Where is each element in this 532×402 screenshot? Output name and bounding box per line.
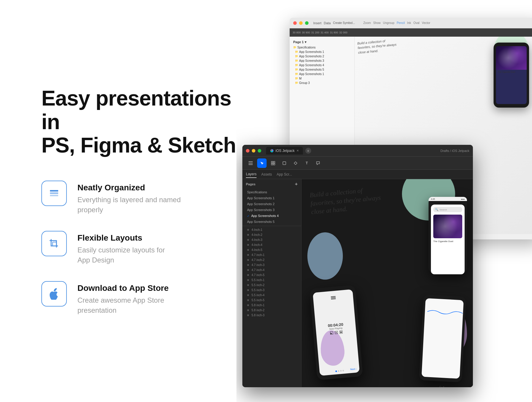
figma-hamburger-line-2 <box>331 297 335 298</box>
svg-point-4 <box>270 149 274 152</box>
figma-phone-1-album-title: The Cigarette Duet <box>433 240 462 243</box>
figma-comment-icon <box>316 161 320 165</box>
figma-layer-55inch-5[interactable]: ⊞ 5.5 inch-5 <box>242 298 301 303</box>
figma-traffic-red[interactable] <box>246 149 249 153</box>
figma-layer-55inch-4[interactable]: ⊞ 5.5 inch-4 <box>242 293 301 298</box>
figma-menu-button[interactable] <box>246 158 255 168</box>
figma-phone-1-fireworks-effect <box>433 215 462 238</box>
sketch-group3-row[interactable]: 📁 Group 3 <box>290 81 354 85</box>
figma-hamburger-line-3 <box>331 299 336 299</box>
figma-layer-47inch-2[interactable]: ⊞ 4.7 inch-2 <box>242 257 301 262</box>
feature-list: Neatly Organized Everything is layered a… <box>41 181 242 315</box>
figma-layer-58inch-2[interactable]: ⊞ 5.8 inch-2 <box>242 308 301 313</box>
figma-play-icon: ▶ <box>330 331 333 335</box>
figma-grid-icon-16: ⊞ <box>247 304 249 307</box>
figma-layer-55inch-2[interactable]: ⊞ 5.5 inch-2 <box>242 283 301 288</box>
sketch-app-screenshots-5-row[interactable]: 📁 App Screenshots 5 <box>290 67 354 72</box>
figma-add-tab-button[interactable]: + <box>305 148 311 154</box>
figma-phone-1: 4:45 ●●● 🔍 Search <box>429 197 467 274</box>
figma-cursor-icon <box>260 161 264 165</box>
figma-page-screenshots-3[interactable]: App Screenshots 3 <box>242 207 301 213</box>
figma-traffic-yellow[interactable] <box>252 149 255 153</box>
figma-frame-tool[interactable] <box>268 158 278 168</box>
left-section: Easy presentations in PS, Figma & Sketch… <box>30 0 242 402</box>
sketch-m-row[interactable]: 📁 M <box>290 76 354 81</box>
figma-page-screenshots-1[interactable]: App Screenshots 1 <box>242 195 301 201</box>
figma-comment-tool[interactable] <box>313 158 323 168</box>
svg-rect-8 <box>249 161 253 162</box>
figma-phone-2-nav-dots <box>335 370 344 372</box>
figma-layer-4inch-3[interactable]: ⊞ 4-Inch-3 <box>242 237 301 242</box>
figma-pages-header: Pages + <box>242 179 301 189</box>
figma-phone-2-content: 00:04:20 Now Playing ▶ ⏸ ⏹ <box>313 289 357 341</box>
figma-layer-47inch-1[interactable]: ⊞ 4.7 inch-1 <box>242 252 301 257</box>
sketch-app-screenshots-6-row[interactable]: 📁 App Screenshots 1 <box>290 72 354 76</box>
figma-layer-58inch-3[interactable]: ⊞ 5.8 inch-3 <box>242 313 301 318</box>
sketch-menu-insert[interactable]: Insert <box>313 21 322 25</box>
figma-shape-tool[interactable] <box>280 158 289 168</box>
figma-pen-tool[interactable] <box>291 158 300 168</box>
svg-rect-3 <box>53 242 56 246</box>
figma-layer-47inch-4[interactable]: ⊞ 4.7 inch-4 <box>242 268 301 273</box>
figma-dot-3 <box>342 370 344 371</box>
figma-dot-2 <box>340 370 341 372</box>
feature-text-organized: Neatly Organized Everything is layered a… <box>77 181 181 215</box>
sketch-ink-label: Ink <box>407 21 411 25</box>
sketch-app-screenshots-2-row[interactable]: 📁 App Screenshots 2 <box>290 54 354 59</box>
figma-search-icon: 🔍 <box>435 208 438 211</box>
figma-grid-icon-5: ⊞ <box>247 249 249 251</box>
figma-layer-4inch-4[interactable]: ⊞ 4-Inch-4 <box>242 242 301 247</box>
figma-layer-4inch-2[interactable]: ⊞ 4-Inch-2 <box>242 232 301 237</box>
figma-page-screenshots-5[interactable]: App Screenshots 5 <box>242 219 301 225</box>
figma-add-page-button[interactable]: + <box>295 181 298 187</box>
sketch-specifications-label: Specifications <box>297 46 316 49</box>
figma-layer-47inch-3[interactable]: ⊞ 4.7 inch-3 <box>242 262 301 268</box>
figma-phone-2-next-button[interactable]: Next › <box>350 368 357 371</box>
figma-app-scr-tab[interactable]: App Scr... <box>277 171 292 178</box>
sketch-app-screenshots-4-row[interactable]: 📁 App Screenshots 4 <box>290 63 354 67</box>
figma-layer-55inch-1[interactable]: ⊞ 5.5 inch-1 <box>242 278 301 283</box>
figma-left-panel: Pages + Specifications App Screenshots 1… <box>242 179 301 387</box>
figma-layer-47inch-5[interactable]: ⊞ 4.7 inch-5 <box>242 273 301 278</box>
traffic-light-green[interactable] <box>305 21 309 25</box>
figma-main: Pages + Specifications App Screenshots 1… <box>242 179 473 387</box>
sketch-app-screenshots-1-row[interactable]: 📁 App Screenshots 1 <box>290 50 354 54</box>
traffic-light-yellow[interactable] <box>299 21 303 25</box>
apple-icon <box>48 288 60 300</box>
figma-layers-tab[interactable]: Layers <box>246 171 257 178</box>
sketch-menu-create-symbol[interactable]: Create Symbol... <box>333 21 355 25</box>
figma-layer-4inch-1[interactable]: ⊞ 4-Inch-1 <box>242 227 301 232</box>
figma-grid-icon-4: ⊞ <box>247 244 249 246</box>
figma-traffic-green[interactable] <box>258 149 261 153</box>
svg-rect-11 <box>271 161 273 163</box>
svg-rect-1 <box>50 192 58 194</box>
sketch-folder-icon-9: 📁 <box>295 81 298 85</box>
figma-window[interactable]: iOS Jetpack ✕ + Drafts / iOS Jetpack <box>242 145 473 387</box>
sketch-app-screenshots-3-row[interactable]: 📁 App Screenshots 3 <box>290 59 354 63</box>
figma-layer-4inch-5[interactable]: ⊞ 4-Inch-5 <box>242 247 301 252</box>
sketch-app-screenshots-2-label: App Screenshots 2 <box>299 55 324 58</box>
figma-bg-blue-shape <box>307 232 343 280</box>
figma-layer-55inch-3[interactable]: ⊞ 5.5 inch-3 <box>242 288 301 293</box>
figma-tab-close[interactable]: ✕ <box>296 149 299 152</box>
figma-phone-3: ...ight into how your...ming with <box>419 294 466 382</box>
figma-layer-58inch-1[interactable]: ⊞ 5.8 inch-1 <box>242 303 301 308</box>
sketch-ruler-val-5: 31 800 <box>330 31 338 34</box>
sketch-folder-icon-3: 📁 <box>295 55 298 58</box>
figma-toolbar: T <box>242 157 473 170</box>
figma-page-screenshots-2[interactable]: App Screenshots 2 <box>242 201 301 207</box>
figma-page-specifications[interactable]: Specifications <box>242 189 301 195</box>
figma-page-screenshots-4[interactable]: ✓ App Screenshots 4 <box>242 213 301 219</box>
figma-grid-icon-11: ⊞ <box>247 279 249 281</box>
figma-text-T-icon: T <box>306 161 308 165</box>
figma-assets-tab[interactable]: Assets <box>261 171 272 178</box>
figma-select-tool[interactable] <box>257 158 267 168</box>
figma-grid-icon-10: ⊞ <box>247 274 249 276</box>
sketch-menu-data[interactable]: Data <box>324 21 331 25</box>
figma-tab-ios-jetpack[interactable]: iOS Jetpack ✕ <box>266 147 303 155</box>
figma-text-tool[interactable]: T <box>302 158 312 168</box>
feature-desc-layouts: Easily customize layouts for App Design <box>77 245 165 265</box>
sketch-pages-section-header: Page 1 ▾ <box>290 39 354 45</box>
figma-phone-3-content <box>424 298 464 328</box>
traffic-light-red[interactable] <box>293 21 297 25</box>
